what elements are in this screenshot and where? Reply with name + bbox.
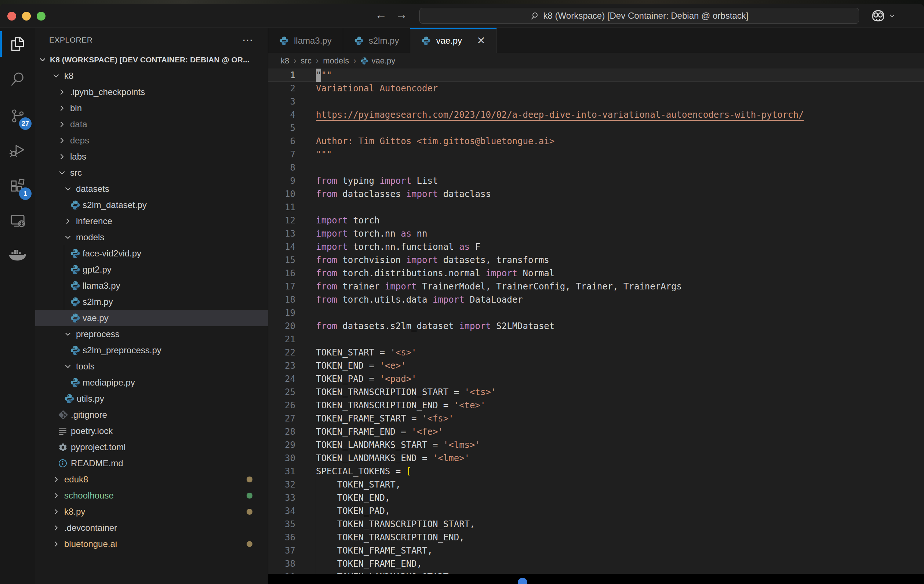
activity-bar-item-remote-explorer[interactable] (7, 210, 29, 232)
activity-bar-item-search[interactable] (7, 68, 29, 90)
tree-file-poetry.lock[interactable]: poetry.lock (35, 423, 268, 439)
chevron-right-icon (53, 540, 63, 548)
workspace-section-header[interactable]: K8 (WORKSPACE) [DEV CONTAINER: DEBIAN @ … (35, 52, 268, 68)
tree-folder-inference[interactable]: inference (35, 213, 268, 229)
tree-file-llama3.py[interactable]: llama3.py (35, 278, 268, 294)
tree-folder-labs[interactable]: labs (35, 148, 268, 165)
tree-folder-.ipynb-checkpoints[interactable]: .ipynb_checkpoints (35, 84, 268, 100)
more-actions-icon[interactable]: ⋯ (242, 38, 254, 42)
git-status-dot (247, 477, 252, 482)
tree-folder-schoolhouse[interactable]: schoolhouse (35, 488, 268, 504)
breadcrumb-item-src[interactable]: src (301, 56, 312, 66)
back-arrow-icon[interactable]: ← (375, 8, 387, 21)
tree-item-label: preprocess (76, 329, 120, 339)
code-text: TOKEN_FRAME_END = '<fe>' (295, 425, 443, 438)
activity-bar-item-source-control[interactable]: 27 (7, 105, 29, 127)
breadcrumb-item-vae-py[interactable]: vae.py (360, 56, 395, 66)
chevron-right-icon (58, 88, 69, 96)
tree-folder-data[interactable]: data (35, 116, 268, 132)
tree-folder-models[interactable]: models (35, 229, 268, 246)
breadcrumb-label: src (301, 56, 312, 66)
activity-bar-item-docker[interactable] (7, 244, 29, 266)
tree-folder-deps[interactable]: deps (35, 132, 268, 148)
tree-item-label: bin (70, 103, 82, 113)
activity-badge: 27 (19, 117, 31, 130)
tree-folder-eduk8[interactable]: eduk8 (35, 471, 268, 488)
activity-bar-item-explorer[interactable] (7, 33, 29, 55)
activity-bar-item-run-debug[interactable] (7, 139, 29, 161)
code-text: Author: Tim Gittos <tim.gittos@bluetongu… (295, 135, 554, 148)
zoom-window-button[interactable] (37, 12, 46, 21)
line-number: 25 (268, 386, 295, 399)
tree-file-pyproject.toml[interactable]: pyproject.toml (35, 439, 268, 455)
code-line-17: 17from trainer import TrainerModel, Trai… (268, 280, 924, 293)
tree-item-label: pyproject.toml (71, 442, 125, 452)
breadcrumb-label: models (323, 56, 349, 66)
tree-file-gpt2.py[interactable]: gpt2.py (35, 262, 268, 278)
python-file-icon (70, 280, 82, 291)
command-center-search[interactable]: k8 (Workspace) [Dev Container: Debian @ … (419, 8, 859, 24)
tab-llama3-py[interactable]: llama3.py (268, 28, 343, 53)
tree-file-s2lm-dataset.py[interactable]: s2lm_dataset.py (35, 197, 268, 213)
chevron-down-icon (53, 72, 63, 79)
breadcrumb-item-k8[interactable]: k8 (281, 56, 289, 66)
copilot-menu-button[interactable] (870, 8, 895, 23)
tree-folder-bin[interactable]: bin (35, 100, 268, 116)
chevron-down-icon (64, 330, 75, 338)
line-number: 13 (268, 227, 295, 240)
tree-file-mediapipe.py[interactable]: mediapipe.py (35, 374, 268, 391)
tree-file-vae.py[interactable]: vae.py (35, 310, 268, 326)
tree-folder-k8[interactable]: k8 (35, 68, 268, 84)
tree-item-label: s2lm_dataset.py (82, 200, 147, 210)
code-line-1: 1""" (268, 69, 924, 82)
line-number: 8 (268, 161, 295, 174)
breadcrumb-item-models[interactable]: models (323, 56, 349, 66)
workspace-section-label: K8 (WORKSPACE) [DEV CONTAINER: DEBIAN @ … (50, 55, 249, 64)
tab-vae-py[interactable]: vae.py✕ (410, 28, 497, 53)
code-line-9: 9from typing import List (268, 174, 924, 188)
tree-item-label: src (70, 168, 82, 178)
tree-folder-bluetongue.ai[interactable]: bluetongue.ai (35, 536, 268, 552)
workbench: 271 EXPLORER ⋯ K8 (WORKSPACE) [DEV CONTA… (0, 28, 924, 584)
code-text: SPECIAL_TOKENS = [ (295, 465, 411, 478)
chevron-down-icon (64, 185, 75, 193)
tree-file-.gitignore[interactable]: .gitignore (35, 407, 268, 423)
tab-s2lm-py[interactable]: s2lm.py (343, 28, 411, 53)
breadcrumb-separator-icon: › (294, 56, 296, 66)
chevron-right-icon (58, 153, 69, 160)
code-line-4: 4https://pyimagesearch.com/2023/10/02/a-… (268, 108, 924, 121)
activity-bar-item-extensions[interactable]: 1 (7, 175, 29, 197)
tree-folder-datasets[interactable]: datasets (35, 181, 268, 197)
tree-file-utils.py[interactable]: utils.py (35, 391, 268, 407)
close-tab-icon[interactable]: ✕ (477, 36, 485, 46)
code-line-26: 26TOKEN_TRANSCRIPTION_END = '<te>' (268, 399, 924, 412)
tree-item-label: data (70, 119, 87, 129)
tree-file-s2lm.py[interactable]: s2lm.py (35, 294, 268, 310)
code-text: TOKEN_TRANSCRIPTION_END, (295, 531, 465, 544)
tree-item-label: .devcontainer (64, 523, 117, 533)
code-text (295, 95, 316, 108)
line-number: 37 (268, 544, 295, 557)
line-number: 4 (268, 108, 295, 121)
code-text: TOKEN_LANDMARKS_START = '<lms>' (295, 438, 480, 452)
tree-folder-preprocess[interactable]: preprocess (35, 326, 268, 342)
code-text: """ (295, 148, 332, 161)
tree-file-readme.md[interactable]: README.md (35, 455, 268, 471)
minimize-window-button[interactable] (22, 12, 31, 21)
tree-folder-src[interactable]: src (35, 165, 268, 181)
tree-item-label: vae.py (82, 313, 109, 323)
python-file-icon (70, 200, 82, 210)
tree-item-label: s2lm_preprocess.py (82, 345, 162, 355)
code-text (295, 121, 316, 135)
line-number: 9 (268, 174, 295, 188)
tree-folder-.devcontainer[interactable]: .devcontainer (35, 520, 268, 536)
tree-file-face-vid2vid.py[interactable]: face-vid2vid.py (35, 246, 268, 262)
code-line-32: 32 TOKEN_START, (268, 478, 924, 491)
tree-folder-tools[interactable]: tools (35, 358, 268, 374)
tree-file-s2lm-preprocess.py[interactable]: s2lm_preprocess.py (35, 342, 268, 358)
close-window-button[interactable] (7, 12, 16, 21)
breadcrumb-separator-icon: › (353, 56, 356, 66)
tree-folder-k8.py[interactable]: k8.py (35, 504, 268, 520)
forward-arrow-icon[interactable]: → (396, 8, 408, 21)
code-line-7: 7""" (268, 148, 924, 161)
